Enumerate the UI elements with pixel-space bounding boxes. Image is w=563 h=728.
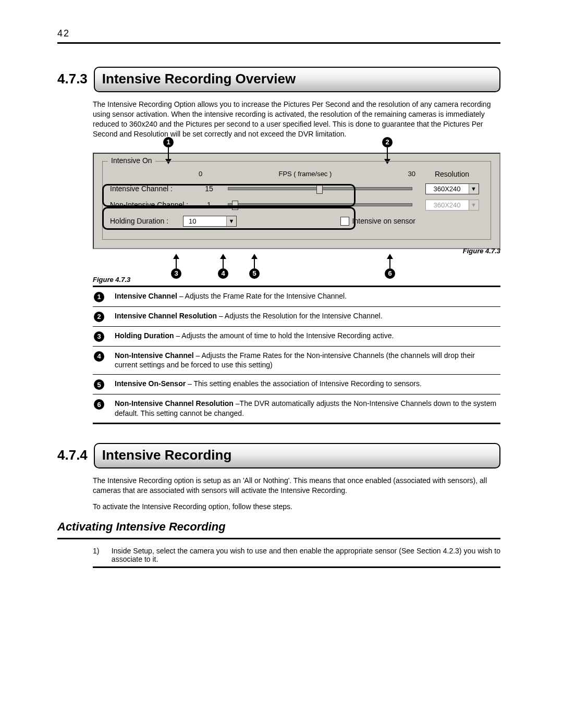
intensive-channel-label: Intensive Channel :	[110, 184, 193, 193]
intensive-resolution-dropdown[interactable]: 360X240 ▼	[425, 183, 479, 194]
holding-duration-label: Holding Duration :	[110, 217, 178, 225]
chevron-down-icon: ▼	[226, 216, 236, 226]
section-heading-474: 4.7.4 Intensive Recording	[57, 443, 500, 468]
intensive-on-sensor-checkbox[interactable]: Intensive on sensor	[340, 217, 415, 226]
scale-min: 0	[199, 170, 202, 178]
scale-max: 30	[408, 170, 415, 178]
nonintensive-slider[interactable]	[228, 203, 412, 206]
page-number: 42	[57, 28, 500, 39]
callout-3: 3	[171, 254, 181, 279]
legend-row: 3 Holding Duration – Adjusts the amount …	[93, 327, 500, 347]
callout-6: 6	[385, 254, 395, 279]
legend-row: 6 Non-Intensive Channel Resolution –The …	[93, 394, 500, 424]
section-474-paragraph-1: The Intensive Recording option is setup …	[93, 476, 500, 496]
figure-473: 1 2 Intensive On 0 FPS ( frame/sec ) 30 …	[93, 153, 500, 255]
figure-legend: 1 Intensive Channel – Adjusts the Frame …	[93, 286, 500, 425]
resolution-header: Resolution	[421, 170, 483, 178]
chevron-down-icon: ▼	[469, 184, 479, 194]
section-number: 4.7.4	[57, 443, 94, 468]
section-473-paragraph: The Intensive Recording Option allows yo…	[93, 100, 500, 139]
section-title: Intensive Recording Overview	[94, 67, 500, 92]
callout-1: 1	[163, 137, 174, 164]
checkbox-icon	[340, 217, 349, 226]
checkbox-label: Intensive on sensor	[352, 217, 415, 225]
intensive-resolution-value: 360X240	[426, 184, 469, 194]
step-text: Inside Setup, select the camera you wish…	[112, 547, 500, 563]
figure-caption-right: Figure 4.7.3	[93, 247, 500, 255]
intensive-channel-value: 15	[199, 184, 219, 193]
legend-row: 2 Intensive Channel Resolution – Adjusts…	[93, 307, 500, 327]
holding-duration-dropdown[interactable]: 10 ▼	[183, 216, 237, 227]
holding-row: Holding Duration : 10 ▼ Intensive on sen…	[110, 216, 483, 227]
callout-4: 4	[218, 254, 228, 279]
rule-sub	[57, 538, 500, 539]
holding-duration-value: 10	[183, 216, 226, 226]
scale-label: FPS ( frame/sec )	[278, 170, 332, 178]
callout-5: 5	[249, 254, 260, 279]
section-number: 4.7.3	[57, 67, 94, 92]
step-row: 1) Inside Setup, select the camera you w…	[93, 544, 500, 568]
legend-row: 5 Intensive On-Sensor – This setting ena…	[93, 375, 500, 394]
step-number: 1)	[93, 547, 102, 563]
intensive-on-dialog: Intensive On 0 FPS ( frame/sec ) 30 Reso…	[93, 153, 500, 249]
section-474-paragraph-2: To activate the Intensive Recording opti…	[93, 502, 500, 512]
nonintensive-resolution-dropdown: 360X240 ▼	[425, 200, 479, 211]
intensive-row: Intensive Channel : 15 360X240 ▼	[110, 183, 483, 194]
nonintensive-channel-value: 1	[199, 201, 219, 209]
figure-caption-left: Figure 4.7.3	[93, 276, 500, 283]
nonintensive-channel-label: Non-Intensive Channel :	[110, 201, 193, 209]
intensive-on-group: Intensive On 0 FPS ( frame/sec ) 30 Reso…	[102, 161, 491, 240]
subheading-activating: Activating Intensive Recording	[57, 520, 500, 534]
section-heading-473: 4.7.3 Intensive Recording Overview	[57, 67, 500, 92]
section-title: Intensive Recording	[94, 443, 500, 468]
chevron-down-icon: ▼	[469, 200, 479, 210]
intensive-slider[interactable]	[228, 187, 412, 190]
nonintensive-resolution-value: 360X240	[426, 200, 469, 210]
rule-top	[57, 42, 500, 44]
callout-2: 2	[382, 137, 393, 164]
nonintensive-row: Non-Intensive Channel : 1 360X240 ▼	[110, 200, 483, 211]
group-title: Intensive On	[108, 156, 155, 165]
steps-list: 1) Inside Setup, select the camera you w…	[93, 544, 500, 568]
legend-row: 1 Intensive Channel – Adjusts the Frame …	[93, 287, 500, 307]
legend-row: 4 Non-Intensive Channel – Adjusts the Fr…	[93, 347, 500, 375]
